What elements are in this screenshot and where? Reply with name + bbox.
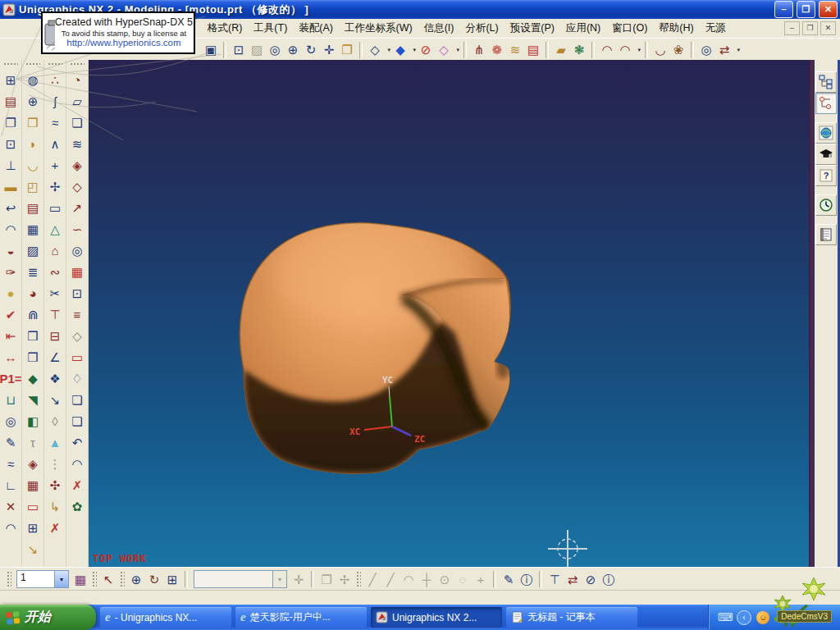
mesh-surface-icon[interactable]: ▦ [23, 474, 43, 495]
section-analysis-icon[interactable]: ≋ [506, 41, 524, 59]
work-layer-combo[interactable]: 1▾ [16, 570, 69, 588]
graphics-viewport[interactable]: XC YC ZC TOP WORK [89, 60, 809, 567]
swept-icon[interactable]: ◈ [67, 154, 87, 176]
menu-tools[interactable]: 工具(T) [248, 20, 293, 37]
law-extension-icon[interactable]: ∽ [67, 218, 87, 240]
trimmed-sheet-icon[interactable]: ❏ [67, 410, 87, 431]
object-information-icon[interactable]: ⓘ [518, 570, 536, 588]
task-nx-active[interactable]: Unigraphics NX 2... [371, 607, 502, 628]
through-curves-icon[interactable]: ❏ [67, 112, 87, 133]
model-body[interactable] [240, 212, 510, 473]
sheet-icon[interactable]: ◊ [45, 410, 65, 431]
toolbar-grip[interactable] [120, 571, 125, 587]
datum-axis-icon[interactable]: ∠ [45, 346, 65, 368]
edit-feature-icon[interactable]: ✎ [1, 431, 21, 453]
untrim-icon[interactable]: ↶ [67, 431, 87, 453]
pad-icon[interactable]: ↩ [1, 197, 21, 218]
examine-icon[interactable]: ◎ [1, 410, 21, 431]
toolbar-grip[interactable] [92, 571, 97, 587]
divide-curve-icon[interactable]: ⊤ [45, 304, 65, 325]
toolbar-grip[interactable] [48, 62, 62, 66]
menu-format[interactable]: 格式(R) [202, 20, 248, 37]
cylinder-icon[interactable]: ⊕ [23, 90, 43, 112]
quilt-icon[interactable]: ≡ [67, 304, 87, 325]
suppress-feature-icon[interactable]: ≣ [23, 261, 43, 282]
snap-arc-icon[interactable]: ◠ [399, 570, 418, 588]
deviation-check-icon[interactable]: ◡ [651, 41, 669, 59]
flower-surface-icon[interactable]: ✿ [67, 495, 87, 517]
arc-surface-icon[interactable]: ◔ [67, 69, 87, 90]
instance-array-icon[interactable]: ▦ [23, 218, 43, 240]
wcs-origin-icon[interactable]: ⊘ [582, 570, 600, 588]
taper-icon[interactable]: τ [23, 431, 43, 453]
snap-point-icon[interactable]: + [472, 570, 490, 588]
block-icon[interactable]: ❒ [23, 112, 43, 133]
delete-curve-icon[interactable]: ✗ [45, 517, 65, 538]
assembly-navigator-button[interactable] [815, 71, 837, 93]
mirror-body-icon[interactable]: ▨ [23, 240, 43, 261]
toolbar-grip[interactable] [7, 571, 11, 587]
comb-analysis-icon[interactable]: ⋔ [470, 41, 488, 59]
snap-midpoint-icon[interactable]: ╱ [381, 570, 399, 588]
snap-quadrant-icon[interactable]: ◌ [454, 570, 472, 588]
ball-feature-icon[interactable]: ● [1, 282, 21, 304]
optimize-face-icon[interactable]: ❃ [570, 41, 588, 59]
menu-help[interactable]: 帮助(H) [653, 20, 699, 37]
zoom-box-icon[interactable]: ▨ [248, 41, 266, 59]
expression-icon[interactable]: P1= [1, 368, 21, 389]
patch-icon[interactable]: ▰ [552, 41, 570, 59]
toolbar-grip[interactable] [3, 62, 18, 66]
menu-passive[interactable]: 无源 [700, 20, 732, 37]
notes-button[interactable] [815, 224, 837, 245]
mdi-minimize-button[interactable]: – [784, 21, 800, 35]
perspective-icon[interactable]: ❐ [338, 41, 356, 59]
start-button[interactable]: 开始 [0, 605, 96, 630]
toolbar-grip[interactable] [25, 62, 40, 66]
point-set-icon[interactable]: ∴ [45, 69, 65, 90]
zoom-in-out-icon[interactable]: ⊕ [284, 41, 302, 59]
copy-surface-icon[interactable]: ❏ [67, 389, 87, 410]
hidden-edge-icon[interactable]: ⊘ [417, 41, 435, 59]
wcs-orient-icon[interactable]: ⊤ [546, 570, 564, 588]
name-filter-combo[interactable]: ▾ [194, 570, 287, 588]
trim-curve-icon[interactable]: ✂ [45, 282, 65, 304]
menu-information[interactable]: 信息(I) [418, 20, 460, 37]
paste-feature-icon[interactable]: ▤ [23, 197, 43, 218]
extract-icon[interactable]: ↳ [45, 495, 65, 517]
distance-gauge-icon[interactable]: ❀ [669, 41, 687, 59]
mdi-restore-button[interactable]: ❐ [802, 21, 818, 35]
sketch-icon[interactable]: ⊞ [1, 69, 21, 90]
thicken-sheet-icon[interactable]: ◧ [23, 410, 43, 431]
trim-corner-icon[interactable]: ⊟ [45, 325, 65, 346]
reverse-normal-icon[interactable]: ⇄▾ [715, 41, 733, 59]
reflection-analysis-icon[interactable]: ▤ [524, 41, 542, 59]
menu-window[interactable]: 窗口(O) [606, 20, 653, 37]
section-surface-icon[interactable]: ◇ [67, 176, 87, 197]
paste-display-icon[interactable]: ✢ [336, 570, 354, 588]
selection-filter-icon[interactable]: ↖ [99, 570, 117, 588]
unite-icon[interactable]: ⋒ [23, 304, 43, 325]
hole-icon[interactable]: ⊡ [1, 133, 21, 154]
task-notepad[interactable]: 无标题 - 记事本 [506, 607, 637, 628]
project-curve-icon[interactable]: ↘ [45, 389, 65, 410]
menu-preferences[interactable]: 预设置(P) [504, 20, 560, 37]
datum-plane-icon[interactable]: ▤ [1, 90, 21, 112]
snap-center-icon[interactable]: ⊙ [436, 570, 454, 588]
extrude-icon[interactable]: ❐ [1, 112, 21, 133]
helix-icon[interactable]: ∾ [45, 261, 65, 282]
help-button[interactable]: ? [815, 165, 837, 186]
spline-icon[interactable]: ∫ [45, 90, 65, 112]
fillet-surface-icon[interactable]: ◠ [67, 453, 87, 474]
point-group-icon[interactable]: ✢ [45, 176, 65, 197]
snap-target-icon[interactable]: ⊕ [127, 570, 145, 588]
wcs-rotate-icon[interactable]: ⇄ [564, 570, 582, 588]
task-ie-chutian[interactable]: e 楚天影院-用户中... [235, 607, 367, 628]
tube-icon[interactable]: ◎ [67, 240, 87, 261]
toolbar-grip[interactable] [356, 571, 361, 587]
from-point-cloud-icon[interactable]: ⊡ [67, 282, 87, 304]
crescent-icon[interactable]: ◗ [23, 133, 43, 154]
examine-geometry-icon[interactable]: ◎ [697, 41, 715, 59]
delete-body-icon[interactable]: ✗ [67, 474, 87, 495]
cone-icon[interactable]: △ [45, 218, 65, 240]
part-navigator-button[interactable] [815, 93, 837, 114]
